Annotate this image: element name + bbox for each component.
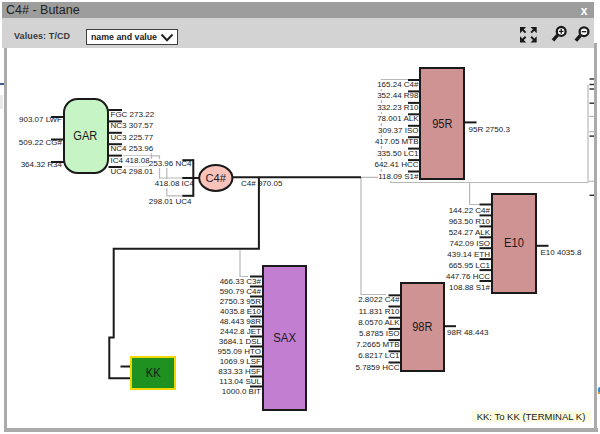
svg-text:C4#: C4#	[206, 172, 227, 184]
